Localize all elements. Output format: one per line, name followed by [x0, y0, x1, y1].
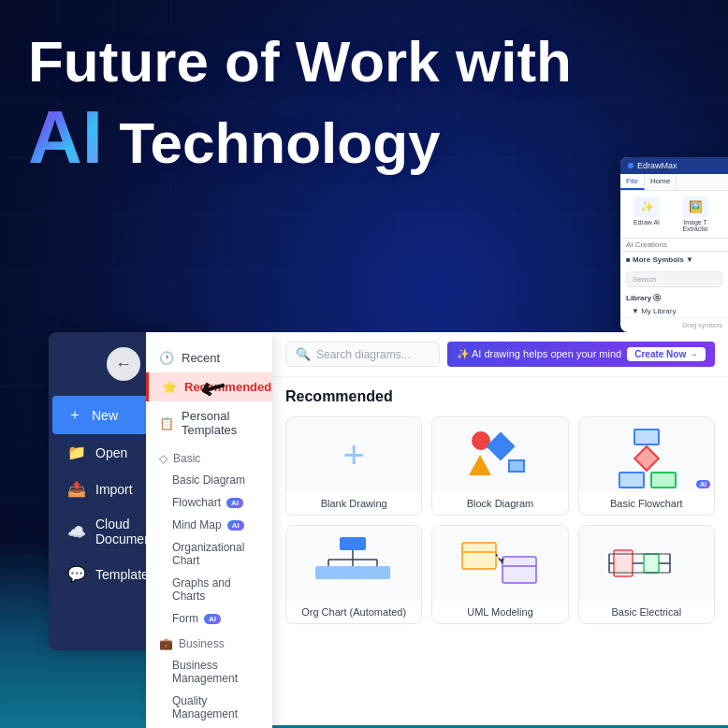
diagram-card-electrical[interactable]: Basic Electrical [578, 525, 715, 624]
mid-item-personal-templates[interactable]: 📋 Personal Templates [146, 401, 272, 444]
section-title: Recommended [285, 388, 715, 405]
create-now-button[interactable]: Create Now → [627, 347, 706, 361]
svg-rect-9 [462, 543, 496, 569]
block-thumb [432, 417, 567, 492]
mindmap-label: Mind Map [172, 518, 222, 531]
recommended-icon: ⭐ [162, 380, 177, 394]
blank-plus-icon: + [342, 434, 364, 476]
diagram-card-blank[interactable]: + Blank Drawing [285, 416, 422, 516]
new-icon: ＋ [67, 405, 82, 425]
content-area: Recommended + Blank Drawing [272, 377, 728, 635]
diagram-card-block[interactable]: Block Diagram [431, 416, 568, 516]
sub-item-graphs[interactable]: Graphs and Charts [146, 572, 272, 607]
sub-item-org-chart[interactable]: Organizational Chart [146, 536, 272, 572]
orgchart-thumb [286, 526, 421, 601]
hero-line1: Future of Work with [28, 29, 572, 94]
edrawmax-title: EdrawMax [637, 161, 677, 170]
recent-label: Recent [182, 351, 220, 365]
edrawmax-tabs: File Home [620, 174, 728, 191]
diagram-card-uml[interactable]: UML Modeling [431, 525, 568, 624]
edrawmax-titlebar: EdrawMax [620, 157, 728, 174]
block-triangle [469, 455, 491, 475]
recent-icon: 🕐 [159, 351, 174, 365]
sub-item-basic-diagram[interactable]: Basic Diagram [146, 469, 272, 491]
electrical-thumb [579, 526, 714, 601]
drag-symbols-text: Drag symbols [620, 317, 728, 332]
search-icon: 🔍 [296, 347, 311, 361]
tab-home[interactable]: Home [645, 174, 677, 190]
diagram-card-flowchart[interactable]: AI Basic Flowchart [578, 416, 715, 516]
tab-file[interactable]: File [620, 174, 645, 190]
business-section-icon: 💼 [159, 637, 173, 650]
basic-section-icon: ◇ [159, 452, 167, 465]
ai-banner: ✨ AI drawing helps open your mind Create… [447, 342, 715, 367]
sub-item-business-mgmt[interactable]: Business Management [146, 654, 272, 690]
form-label: Form [172, 612, 198, 625]
fc-rect-bottom-left [619, 472, 645, 488]
templates-icon: 💬 [67, 565, 86, 583]
flowchart-ai-badge-thumb: AI [696, 480, 710, 488]
symbol-search[interactable]: Search [626, 271, 722, 287]
sidebar-open-label: Open [95, 445, 127, 460]
sub-item-form[interactable]: Form AI [146, 607, 272, 630]
flowchart-thumb: AI [579, 417, 714, 492]
block-shapes [467, 427, 532, 483]
edrawmax-tools: ✨ Edraw AI 🖼️ Image T Extractio [620, 191, 728, 238]
flowchart-ai-badge: AI [226, 498, 243, 508]
uml-label: UML Modeling [432, 601, 567, 623]
back-button[interactable]: ← [107, 347, 140, 381]
ai-creations-label: AI Creations [620, 238, 728, 251]
search-input-container[interactable]: 🔍 Search diagrams... [285, 342, 440, 367]
my-library-item[interactable]: ▼ My Library [620, 305, 728, 317]
edrawmax-window: EdrawMax File Home ✨ Edraw AI 🖼️ Image T… [620, 157, 728, 332]
personal-templates-label: Personal Templates [182, 409, 259, 437]
electrical-label: Basic Electrical [579, 601, 714, 623]
svg-rect-7 [340, 566, 366, 579]
form-ai-badge: AI [204, 614, 221, 624]
business-section-label: Business [179, 637, 225, 650]
search-placeholder-text: Search diagrams... [316, 348, 430, 361]
open-icon: 📁 [67, 444, 86, 461]
image-extraction-label: Image T Extractio [673, 219, 718, 232]
tool-edraw-ai[interactable]: ✨ Edraw AI [624, 197, 669, 232]
hero-title: Future of Work with AI Technology [28, 28, 572, 181]
search-bar: 🔍 Search diagrams... ✨ AI drawing helps … [272, 332, 728, 377]
org-chart-label: Organizational Chart [172, 541, 259, 567]
blank-thumb: + [286, 417, 421, 492]
sidebar-import-label: Import [95, 482, 133, 497]
block-label: Block Diagram [432, 492, 567, 515]
fc-rect-bottom-right [650, 472, 677, 488]
sidebar-new-label: New [92, 408, 118, 423]
diagram-card-orgchart[interactable]: Org Chart (Automated) [285, 525, 422, 624]
quality-mgmt-label: Quality Management [172, 694, 259, 721]
graphs-label: Graphs and Charts [172, 576, 259, 603]
svg-rect-17 [644, 554, 659, 573]
tool-image-extraction[interactable]: 🖼️ Image T Extractio [673, 197, 718, 232]
ai-banner-text: ✨ AI drawing helps open your mind [457, 348, 622, 360]
sub-item-mindmap[interactable]: Mind Map AI [146, 514, 272, 536]
electrical-svg [604, 533, 689, 594]
library-label: Library ⓐ [620, 291, 728, 305]
main-panel: 🔍 Search diagrams... ✨ AI drawing helps … [272, 332, 728, 725]
fc-diamond [633, 444, 660, 471]
uml-thumb [432, 526, 567, 601]
diagram-grid-row1: + Blank Drawing Block Diagram [285, 416, 715, 516]
sub-item-quality-mgmt[interactable]: Quality Management [146, 690, 272, 725]
edraw-ai-icon: ✨ [633, 197, 660, 217]
orgchart-svg [312, 533, 396, 594]
block-rect [508, 459, 525, 473]
symbol-search-placeholder: Search [633, 275, 656, 284]
hero-ai-text: AI [28, 95, 103, 181]
sub-item-flowchart[interactable]: Flowchart AI [146, 491, 272, 514]
diagram-grid-row2: Org Chart (Automated) UML [285, 525, 715, 624]
blank-label: Blank Drawing [286, 492, 421, 515]
flowchart-card-label: Basic Flowchart [579, 492, 714, 515]
section-basic-header: ◇ Basic [146, 444, 272, 469]
personal-templates-icon: 📋 [159, 416, 174, 430]
edraw-ai-label: Edraw AI [633, 219, 660, 226]
svg-rect-6 [315, 566, 342, 579]
basic-section-label: Basic [173, 452, 200, 465]
more-symbols-label[interactable]: ■ More Symbols ▼ [620, 251, 728, 268]
import-icon: 📤 [67, 480, 86, 498]
basic-diagram-label: Basic Diagram [172, 473, 245, 487]
